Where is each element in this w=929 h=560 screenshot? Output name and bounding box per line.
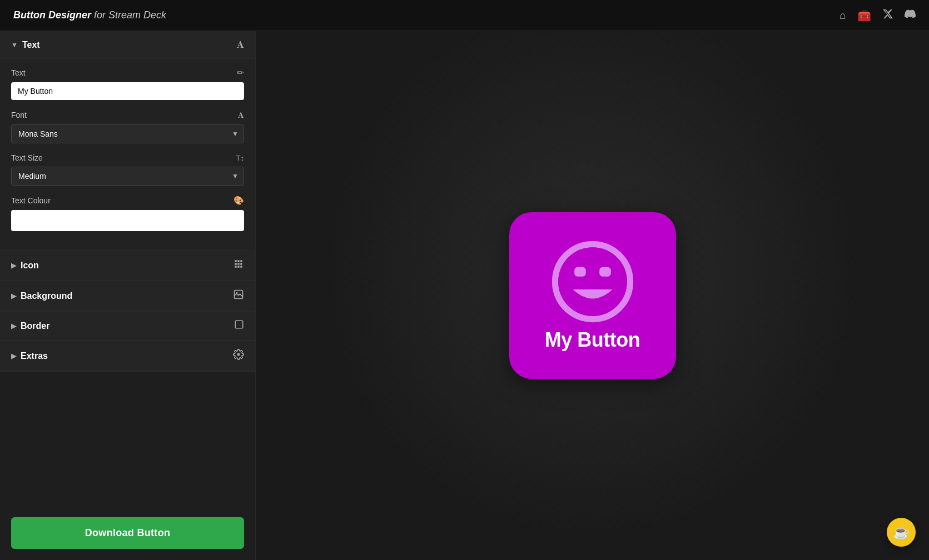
svg-point-3: [237, 353, 240, 356]
text-section-header[interactable]: ▼ Text 𝐀: [0, 31, 255, 59]
extras-section-header[interactable]: ▶ Extras: [0, 341, 255, 371]
extras-section-arrow: ▶: [11, 352, 16, 360]
twitter-icon[interactable]: [882, 8, 893, 22]
border-section: ▶ Border: [0, 312, 255, 341]
icon-section-icon: [233, 258, 244, 272]
button-preview-label: My Button: [545, 329, 640, 351]
font-icon: 𝐀: [238, 110, 244, 120]
app-header: Button Designer for Stream Deck ⌂ 🧰: [0, 0, 929, 31]
title-bold: Button Designer: [13, 9, 91, 21]
smiley-icon: [551, 240, 634, 323]
text-edit-icon: ✏: [237, 68, 244, 78]
svg-rect-2: [235, 321, 243, 328]
icon-section-arrow: ▶: [11, 262, 16, 269]
background-section-label: Background: [21, 291, 72, 301]
font-select-wrapper: Mona Sans Arial Helvetica Roboto Open Sa…: [11, 124, 244, 143]
extras-section-label: Extras: [21, 351, 48, 361]
background-section: ▶ Background: [0, 281, 255, 312]
app-title: Button Designer for Stream Deck: [13, 9, 166, 21]
text-section-font-icon: 𝐀: [237, 39, 244, 51]
font-select[interactable]: Mona Sans Arial Helvetica Roboto Open Sa…: [11, 124, 244, 143]
text-size-field-group: Text Size T↕ Small Medium Large X-Large …: [11, 153, 244, 186]
text-section-body: Text ✏ Font 𝐀 Mona Sans Arial Helvetica …: [0, 59, 255, 251]
font-field-group: Font 𝐀 Mona Sans Arial Helvetica Roboto …: [11, 110, 244, 143]
icon-section-label: Icon: [21, 261, 39, 271]
border-section-arrow: ▶: [11, 322, 16, 330]
background-section-icon: [233, 289, 244, 303]
header-icon-group: ⌂ 🧰: [839, 8, 916, 22]
home-icon[interactable]: ⌂: [839, 9, 846, 22]
discord-icon[interactable]: [905, 8, 916, 22]
text-size-select[interactable]: Small Medium Large X-Large: [11, 167, 244, 186]
text-colour-input-wrapper[interactable]: [11, 210, 244, 231]
coffee-icon: ☕: [893, 524, 910, 540]
preview-area: My Button: [256, 31, 929, 560]
button-preview: My Button: [509, 212, 676, 379]
text-input[interactable]: [11, 82, 244, 100]
text-section-arrow: ▼: [11, 41, 18, 49]
svg-point-1: [236, 292, 238, 294]
border-section-icon: [234, 319, 244, 332]
text-size-icon: T↕: [236, 154, 244, 162]
background-section-header[interactable]: ▶ Background: [0, 281, 255, 311]
extras-section: ▶ Extras: [0, 341, 255, 372]
icon-section-header[interactable]: ▶ Icon: [0, 251, 255, 281]
svg-point-5: [558, 247, 627, 316]
text-section-label: Text: [22, 40, 40, 50]
text-size-select-wrapper: Small Medium Large X-Large ▼: [11, 167, 244, 186]
svg-rect-6: [574, 267, 586, 277]
text-field-group: Text ✏: [11, 68, 244, 100]
title-normal: for Stream Deck: [91, 9, 166, 21]
text-size-label: Text Size: [11, 153, 43, 162]
text-colour-swatch: [16, 213, 240, 228]
extras-section-icon: [233, 349, 244, 363]
text-field-label: Text: [11, 68, 26, 77]
border-section-header[interactable]: ▶ Border: [0, 312, 255, 341]
left-panel: ▼ Text 𝐀 Text ✏ Font 𝐀: [0, 31, 256, 560]
text-colour-field-group: Text Colour 🎨: [11, 196, 244, 231]
icon-section: ▶ Icon: [0, 251, 255, 281]
briefcase-icon[interactable]: 🧰: [857, 9, 871, 22]
border-section-label: Border: [21, 321, 49, 331]
main-layout: ▼ Text 𝐀 Text ✏ Font 𝐀: [0, 31, 929, 560]
background-section-arrow: ▶: [11, 292, 16, 300]
sidebar-spacer: [0, 372, 255, 506]
colour-palette-icon: 🎨: [234, 196, 244, 206]
font-field-label: Font: [11, 111, 27, 119]
svg-rect-7: [599, 267, 611, 277]
text-colour-label: Text Colour: [11, 196, 51, 205]
download-button[interactable]: Download Button: [11, 517, 244, 549]
coffee-button[interactable]: ☕: [887, 518, 916, 547]
download-area: Download Button: [0, 506, 255, 560]
